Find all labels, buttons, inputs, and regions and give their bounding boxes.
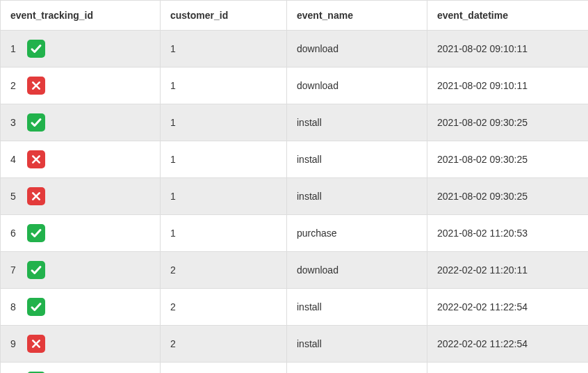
cell-event-tracking-id: 7 bbox=[1, 252, 161, 289]
cell-event-datetime: 2022-02-02 11:22:54 bbox=[427, 326, 589, 363]
cell-event-name: install bbox=[287, 326, 427, 363]
cell-event-tracking-id: 4 bbox=[1, 141, 161, 178]
check-icon bbox=[27, 40, 45, 58]
row-id: 1 bbox=[10, 43, 23, 54]
cell-event-name: purchase bbox=[287, 363, 427, 374]
cell-event-datetime: 2022-02-02 11:22:54 bbox=[427, 289, 589, 326]
check-icon bbox=[27, 298, 45, 316]
cell-customer-id: 2 bbox=[161, 326, 287, 363]
row-id: 7 bbox=[10, 264, 23, 276]
cell-event-datetime: 2021-08-02 09:30:25 bbox=[427, 141, 589, 178]
cross-icon bbox=[27, 77, 45, 95]
table-row: 41install2021-08-02 09:30:25 bbox=[1, 141, 589, 178]
row-id: 4 bbox=[10, 154, 23, 165]
cell-event-name: install bbox=[287, 289, 427, 326]
cell-event-name: install bbox=[287, 178, 427, 215]
check-icon bbox=[27, 261, 45, 279]
row-id: 5 bbox=[10, 191, 23, 202]
cell-event-name: purchase bbox=[287, 215, 427, 252]
cell-event-tracking-id: 2 bbox=[1, 68, 161, 104]
table-row: 82install2022-02-02 11:22:54 bbox=[1, 289, 589, 326]
col-header-event-name: event_name bbox=[287, 1, 427, 31]
row-id: 2 bbox=[10, 80, 23, 91]
cell-customer-id: 1 bbox=[161, 104, 287, 141]
col-header-event-tracking-id: event_tracking_id bbox=[1, 1, 161, 31]
cell-customer-id: 1 bbox=[161, 178, 287, 215]
table-row: 72download2022-02-02 11:20:11 bbox=[1, 252, 589, 289]
cell-event-name: download bbox=[287, 252, 427, 289]
table-row: 11download2021-08-02 09:10:11 bbox=[1, 31, 589, 68]
cell-event-tracking-id: 5 bbox=[1, 178, 161, 215]
table-row: 51install2021-08-02 09:30:25 bbox=[1, 178, 589, 215]
cross-icon bbox=[27, 335, 45, 353]
col-header-event-datetime: event_datetime bbox=[427, 1, 589, 31]
table-row: 31install2021-08-02 09:30:25 bbox=[1, 104, 589, 141]
cell-event-tracking-id: 1 bbox=[1, 31, 161, 68]
cell-customer-id: 1 bbox=[161, 141, 287, 178]
cell-event-datetime: 2021-08-02 09:30:25 bbox=[427, 178, 589, 215]
cell-event-datetime: 2022-02-02 11:30:32 bbox=[427, 363, 589, 374]
events-table: event_tracking_id customer_id event_name… bbox=[0, 0, 588, 373]
cell-customer-id: 2 bbox=[161, 252, 287, 289]
table-row: 21download2021-08-02 09:10:11 bbox=[1, 68, 589, 104]
cell-event-name: download bbox=[287, 68, 427, 104]
cross-icon bbox=[27, 150, 45, 168]
row-id: 3 bbox=[10, 117, 23, 128]
cell-event-tracking-id: 3 bbox=[1, 104, 161, 141]
cell-customer-id: 1 bbox=[161, 31, 287, 68]
check-icon bbox=[27, 113, 45, 132]
cell-event-name: download bbox=[287, 31, 427, 68]
cell-customer-id: 2 bbox=[161, 363, 287, 374]
cell-customer-id: 1 bbox=[161, 215, 287, 252]
cell-event-tracking-id: 10 bbox=[1, 363, 161, 374]
check-icon bbox=[27, 224, 45, 242]
row-id: 9 bbox=[10, 338, 23, 349]
table-row: 92install2022-02-02 11:22:54 bbox=[1, 326, 589, 363]
cell-event-datetime: 2021-08-02 09:30:25 bbox=[427, 104, 589, 141]
cell-event-datetime: 2021-08-02 11:20:53 bbox=[427, 215, 589, 252]
col-header-customer-id: customer_id bbox=[161, 1, 287, 31]
cell-event-name: install bbox=[287, 141, 427, 178]
cross-icon bbox=[27, 187, 45, 205]
table-row: 102purchase2022-02-02 11:30:32 bbox=[1, 363, 589, 374]
cell-event-datetime: 2022-02-02 11:20:11 bbox=[427, 252, 589, 289]
cell-event-datetime: 2021-08-02 09:10:11 bbox=[427, 31, 589, 68]
cell-event-datetime: 2021-08-02 09:10:11 bbox=[427, 68, 589, 104]
table-header-row: event_tracking_id customer_id event_name… bbox=[1, 1, 589, 31]
cell-event-name: install bbox=[287, 104, 427, 141]
cell-event-tracking-id: 9 bbox=[1, 326, 161, 363]
cell-event-tracking-id: 8 bbox=[1, 289, 161, 326]
row-id: 6 bbox=[10, 228, 23, 239]
cell-event-tracking-id: 6 bbox=[1, 215, 161, 252]
row-id: 8 bbox=[10, 301, 23, 312]
cell-customer-id: 2 bbox=[161, 289, 287, 326]
table-row: 61purchase2021-08-02 11:20:53 bbox=[1, 215, 589, 252]
cell-customer-id: 1 bbox=[161, 68, 287, 104]
